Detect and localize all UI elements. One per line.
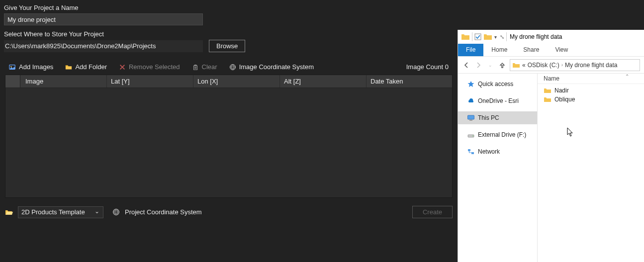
- store-location-label: Select Where to Store Your Project: [4, 30, 454, 38]
- qat-checkbox-icon[interactable]: [474, 33, 481, 40]
- breadcrumb-folder[interactable]: My drone flight data: [565, 62, 617, 69]
- add-folder-label: Add Folder: [75, 63, 107, 71]
- breadcrumb[interactable]: « OSDisk (C:) › My drone flight data: [510, 59, 640, 71]
- table-header-row: Image Lat [Y] Lon [X] Alt [Z] Date Taken: [5, 75, 452, 88]
- svg-rect-14: [471, 152, 474, 154]
- network-icon: [467, 148, 475, 155]
- clear-label: Clear: [202, 63, 217, 71]
- titlebar-separator: [472, 32, 472, 41]
- nav-external-drive[interactable]: External Drive (F:): [458, 128, 537, 141]
- breadcrumb-disk[interactable]: OSDisk (C:): [528, 62, 559, 69]
- nav-back-button[interactable]: [462, 61, 471, 70]
- folder-item-nadir[interactable]: Nadir: [538, 86, 644, 95]
- nav-quick-label: Quick access: [478, 81, 513, 87]
- svg-point-7: [115, 209, 117, 215]
- sort-caret-icon: ⌃: [625, 74, 629, 79]
- nav-quick-access[interactable]: Quick access: [458, 78, 537, 90]
- titlebar-separator-2: [506, 32, 507, 41]
- svg-point-6: [113, 211, 119, 213]
- open-template-icon[interactable]: [5, 209, 13, 216]
- project-name-input[interactable]: [4, 13, 203, 25]
- tab-view[interactable]: View: [547, 44, 576, 56]
- add-images-icon: [9, 64, 16, 71]
- qat-overflow-icon[interactable]: ⤡: [500, 34, 504, 40]
- remove-selected-button[interactable]: Remove Selected: [119, 63, 180, 71]
- nav-this-pc-label: This PC: [478, 114, 499, 121]
- image-toolbar: Add Images Add Folder Remove Selected Cl…: [4, 59, 454, 75]
- svg-rect-13: [468, 149, 470, 151]
- explorer-titlebar[interactable]: ▾ ⤡ My drone flight data: [458, 30, 644, 44]
- remove-selected-label: Remove Selected: [129, 63, 180, 71]
- svg-rect-10: [469, 120, 472, 121]
- create-button[interactable]: Create: [412, 206, 453, 218]
- col-lat-header[interactable]: Lat [Y]: [107, 75, 193, 87]
- col-image-header[interactable]: Image: [20, 75, 107, 87]
- image-cs-button[interactable]: Image Coordinate System: [229, 63, 314, 71]
- svg-point-2: [230, 64, 235, 70]
- svg-point-4: [231, 64, 233, 70]
- nav-up-button[interactable]: [498, 61, 507, 70]
- breadcrumb-folder-icon: [512, 62, 520, 69]
- globe-icon: [229, 64, 236, 71]
- nav-network-label: Network: [478, 148, 500, 155]
- browse-button[interactable]: Browse: [209, 40, 245, 52]
- nav-onedrive[interactable]: OneDrive - Esri: [458, 94, 537, 107]
- image-count-label: Image Count 0: [406, 63, 449, 71]
- remove-icon: [119, 64, 126, 71]
- breadcrumb-overflow[interactable]: «: [522, 62, 526, 69]
- image-cs-label: Image Coordinate System: [239, 63, 314, 71]
- tab-file[interactable]: File: [458, 44, 483, 56]
- svg-point-1: [10, 66, 11, 67]
- project-name-label: Give Your Project a Name: [4, 4, 454, 11]
- svg-point-3: [230, 66, 235, 68]
- row-selector-header[interactable]: [5, 75, 20, 87]
- window-title: My drone flight data: [510, 33, 562, 40]
- star-icon: [467, 81, 475, 87]
- add-folder-button[interactable]: Add Folder: [65, 63, 107, 71]
- svg-rect-8: [475, 34, 481, 40]
- add-folder-icon: [65, 64, 72, 71]
- folder-icon: [544, 96, 552, 103]
- add-images-label: Add Images: [19, 63, 53, 71]
- folder-nadir-label: Nadir: [554, 87, 569, 94]
- tab-share[interactable]: Share: [515, 44, 547, 56]
- nav-onedrive-label: OneDrive - Esri: [478, 97, 519, 104]
- col-date-header[interactable]: Date Taken: [367, 75, 452, 87]
- bottom-bar: 2D Products Template Project Coordinate …: [4, 205, 454, 219]
- pc-icon: [467, 114, 475, 121]
- content-pane: Name ⌃ Nadir Oblique: [538, 74, 644, 262]
- template-select[interactable]: 2D Products Template: [18, 206, 103, 218]
- nav-network[interactable]: Network: [458, 145, 537, 158]
- nav-recent-dropdown[interactable]: ⌄: [486, 61, 495, 70]
- svg-point-5: [113, 209, 119, 215]
- ribbon-tabs: File Home Share View: [458, 44, 644, 57]
- project-cs-icon[interactable]: [112, 208, 120, 216]
- tab-home[interactable]: Home: [483, 44, 515, 56]
- qat-folder-icon[interactable]: [483, 33, 492, 41]
- folder-list: Nadir Oblique: [538, 84, 644, 106]
- folder-item-oblique[interactable]: Oblique: [538, 95, 644, 104]
- qat-dropdown-icon[interactable]: ▾: [494, 34, 497, 40]
- drive-icon: [467, 131, 475, 138]
- nav-this-pc[interactable]: This PC: [458, 111, 537, 124]
- add-images-button[interactable]: Add Images: [9, 63, 53, 71]
- project-wizard-panel: Give Your Project a Name Select Where to…: [0, 0, 458, 262]
- folder-oblique-label: Oblique: [554, 96, 575, 103]
- project-cs-label[interactable]: Project Coordinate System: [125, 208, 202, 216]
- file-explorer-window: ▾ ⤡ My drone flight data File Home Share…: [458, 30, 644, 262]
- col-lon-header[interactable]: Lon [X]: [193, 75, 280, 87]
- content-columns-header[interactable]: Name ⌃: [538, 74, 644, 84]
- clear-button[interactable]: Clear: [192, 63, 217, 71]
- col-alt-header[interactable]: Alt [Z]: [280, 75, 367, 87]
- nav-forward-button[interactable]: [474, 61, 483, 70]
- image-table: Image Lat [Y] Lon [X] Alt [Z] Date Taken: [5, 75, 453, 198]
- store-path-display: C:\Users\mark8925\Documents\Drone2Map\Pr…: [4, 40, 203, 52]
- svg-point-12: [472, 136, 473, 137]
- nav-external-label: External Drive (F:): [478, 131, 526, 138]
- explorer-body: Quick access OneDrive - Esri This PC Ext…: [458, 74, 644, 262]
- svg-rect-9: [468, 115, 474, 119]
- navigation-pane: Quick access OneDrive - Esri This PC Ext…: [458, 74, 538, 262]
- address-bar: ⌄ « OSDisk (C:) › My drone flight data: [458, 57, 644, 74]
- clear-icon: [192, 64, 199, 71]
- folder-icon: [544, 87, 552, 94]
